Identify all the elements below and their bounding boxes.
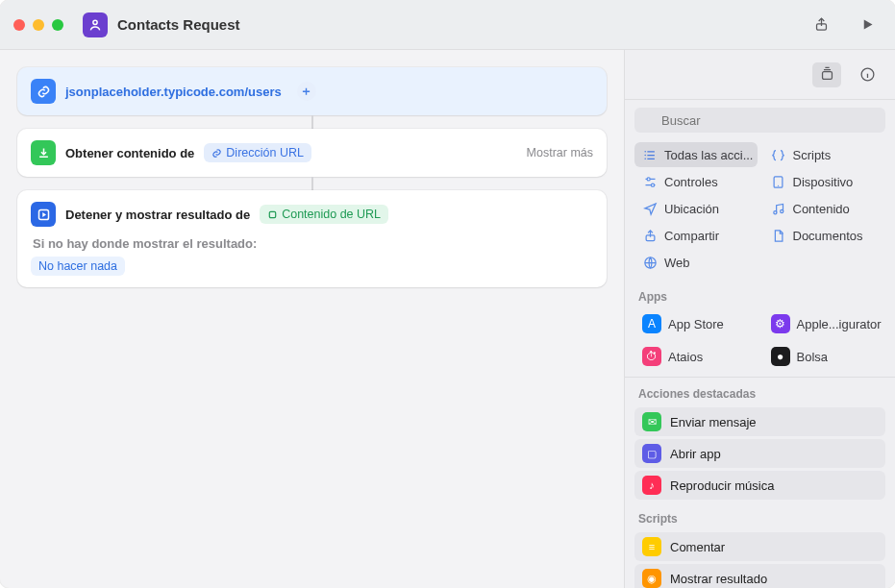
action-row[interactable]: ≡Comentar — [634, 532, 885, 561]
web-icon — [642, 255, 658, 270]
category-label: Contenido — [793, 202, 850, 216]
list-icon — [642, 147, 658, 162]
action-url-card[interactable]: jsonplaceholder.typicode.com/users ＋ — [17, 67, 607, 115]
action-icon: ✉ — [642, 412, 661, 431]
minimize-button[interactable] — [33, 19, 44, 31]
connector — [311, 115, 313, 129]
app-item[interactable]: ⏱Ataios — [634, 342, 758, 371]
doc-icon — [771, 228, 786, 243]
info-button[interactable] — [853, 62, 882, 87]
action-label: Abrir app — [670, 447, 721, 461]
featured-header: Acciones destacadas — [625, 378, 895, 404]
category-music[interactable]: Contenido — [763, 196, 886, 221]
action-icon: ▢ — [642, 444, 661, 463]
url-text[interactable]: jsonplaceholder.typicode.com/users — [65, 85, 282, 99]
scripts-header: Scripts — [625, 502, 895, 529]
svg-point-8 — [644, 154, 646, 156]
window-controls — [13, 19, 63, 31]
sidebar: Todas las acci...ScriptsControlesDisposi… — [624, 50, 895, 588]
show-more-button[interactable]: Mostrar más — [527, 146, 593, 159]
category-sliders[interactable]: Controles — [634, 169, 758, 194]
app-label: App Store — [668, 317, 724, 331]
device-icon — [771, 174, 786, 189]
sidebar-toolbar — [625, 50, 895, 100]
action-label: Comentar — [670, 540, 725, 554]
action-label: Enviar mensaje — [670, 415, 757, 429]
titlebar: Contacts Request — [0, 0, 895, 50]
category-label: Scripts — [793, 148, 832, 162]
url-param-pill[interactable]: Dirección URL — [204, 143, 311, 162]
svg-point-0 — [93, 20, 97, 24]
category-label: Ubicación — [664, 202, 719, 216]
category-list[interactable]: Todas las acci... — [634, 142, 758, 167]
category-label: Web — [664, 256, 690, 270]
app-icon: ⏱ — [642, 347, 661, 366]
apps-header: Apps — [625, 281, 895, 307]
share-icon — [642, 228, 658, 243]
shortcut-icon — [83, 12, 108, 37]
app-icon: A — [642, 314, 661, 333]
fallback-choice[interactable]: No hacer nada — [31, 257, 125, 276]
add-url-button[interactable]: ＋ — [297, 82, 316, 101]
action-icon: ≡ — [642, 537, 661, 556]
svg-point-10 — [647, 177, 650, 180]
close-button[interactable] — [13, 19, 25, 31]
sliders-icon — [642, 174, 658, 189]
connector — [311, 177, 313, 190]
category-label: Todas las acci... — [664, 148, 754, 162]
category-label: Compartir — [664, 229, 719, 243]
category-doc[interactable]: Documentos — [763, 223, 886, 248]
svg-point-14 — [774, 210, 777, 213]
app-icon: ● — [771, 347, 790, 366]
category-label: Dispositivo — [793, 175, 854, 189]
category-braces[interactable]: Scripts — [763, 142, 886, 167]
location-icon — [642, 201, 658, 216]
category-device[interactable]: Dispositivo — [763, 169, 886, 194]
app-label: Apple...igurator — [797, 317, 882, 331]
link-icon — [31, 79, 56, 104]
category-grid: Todas las acci...ScriptsControlesDisposi… — [625, 140, 895, 281]
svg-point-11 — [651, 184, 654, 186]
music-icon — [771, 201, 786, 216]
svg-rect-3 — [269, 211, 275, 217]
action-icon: ◉ — [642, 569, 661, 588]
app-item[interactable]: ●Bolsa — [763, 342, 886, 371]
apps-grid: AApp Store⚙Apple...igurator⏱Ataios●Bolsa — [625, 307, 895, 377]
search-input[interactable] — [634, 108, 885, 133]
action-row[interactable]: ◉Mostrar resultado — [634, 564, 885, 588]
content-url-pill[interactable]: Contenido de URL — [260, 205, 388, 224]
category-share[interactable]: Compartir — [634, 223, 758, 248]
download-icon — [31, 140, 56, 165]
action-row[interactable]: ✉Enviar mensaje — [634, 407, 885, 436]
zoom-button[interactable] — [52, 19, 63, 31]
svg-rect-4 — [822, 72, 832, 80]
braces-icon — [771, 147, 786, 162]
app-item[interactable]: ⚙Apple...igurator — [763, 309, 886, 338]
action-row[interactable]: ▢Abrir app — [634, 439, 885, 468]
action-get-content-card[interactable]: Obtener contenido de Dirección URL Mostr… — [17, 129, 607, 177]
category-label: Controles — [664, 175, 718, 189]
svg-point-7 — [644, 151, 646, 153]
category-label: Documentos — [793, 229, 863, 243]
svg-point-13 — [778, 184, 779, 185]
action-row[interactable]: ♪Reproducir música — [634, 471, 885, 500]
fallback-label: Si no hay donde mostrar el resultado: — [33, 236, 593, 251]
workflow-canvas: jsonplaceholder.typicode.com/users ＋ Obt… — [0, 50, 624, 588]
run-button[interactable] — [853, 12, 882, 37]
stop-show-label: Detener y mostrar resultado de — [65, 208, 250, 222]
library-button[interactable] — [812, 62, 841, 87]
share-button[interactable] — [807, 12, 835, 37]
window: Contacts Request jsonplaceholder.typicod… — [0, 0, 895, 588]
category-web[interactable]: Web — [634, 250, 758, 275]
category-location[interactable]: Ubicación — [634, 196, 758, 221]
app-icon: ⚙ — [771, 314, 790, 333]
svg-point-15 — [781, 209, 783, 212]
svg-point-9 — [644, 158, 646, 159]
app-label: Bolsa — [797, 350, 829, 364]
action-icon: ♪ — [642, 476, 661, 495]
lower-panel: Acciones destacadas ✉Enviar mensaje▢Abri… — [625, 377, 895, 588]
app-item[interactable]: AApp Store — [634, 309, 758, 338]
action-stop-show-card[interactable]: Detener y mostrar resultado de Contenido… — [17, 190, 607, 287]
stop-show-icon — [31, 202, 56, 227]
app-label: Ataios — [668, 350, 703, 364]
